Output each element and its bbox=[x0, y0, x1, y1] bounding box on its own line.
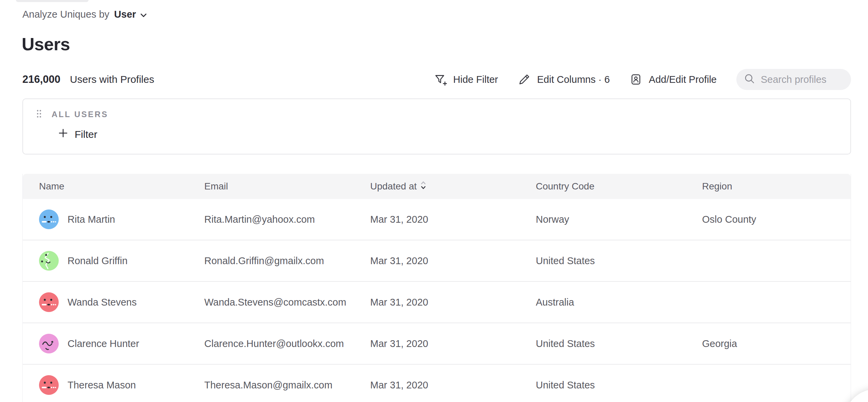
table-row[interactable]: Rita Martin Rita.Martin@yahoox.com Mar 3… bbox=[23, 199, 851, 240]
drag-handle-icon[interactable] bbox=[36, 109, 42, 120]
user-count-label: Users with Profiles bbox=[70, 74, 154, 85]
hide-filter-label: Hide Filter bbox=[453, 74, 498, 85]
add-edit-profile-button[interactable]: Add/Edit Profile bbox=[629, 73, 717, 86]
user-name: Theresa Mason bbox=[68, 380, 136, 391]
filter-group-header: ALL USERS bbox=[36, 109, 850, 120]
search-icon bbox=[744, 73, 755, 86]
user-avatar bbox=[39, 292, 59, 312]
user-updated-at: Mar 31, 2020 bbox=[370, 338, 536, 349]
user-email: Wanda.Stevens@comcastx.com bbox=[204, 297, 370, 308]
analyze-by-value: User bbox=[114, 9, 136, 20]
chevron-down-icon bbox=[140, 9, 147, 20]
column-header-updated-at[interactable]: Updated at bbox=[370, 180, 536, 193]
pencil-icon bbox=[518, 73, 531, 86]
user-avatar bbox=[39, 334, 59, 353]
funnel-plus-icon bbox=[434, 73, 447, 86]
user-country: United States bbox=[536, 255, 702, 267]
table-row[interactable]: Theresa Mason Theresa.Mason@gmailx.com M… bbox=[23, 365, 851, 402]
user-avatar bbox=[39, 209, 59, 229]
hide-filter-button[interactable]: Hide Filter bbox=[434, 73, 498, 86]
table-header-row: Name Email Updated at Country Code Regio… bbox=[23, 174, 851, 199]
name-cell: Ronald Griffin bbox=[39, 251, 204, 271]
users-table: Name Email Updated at Country Code Regio… bbox=[22, 174, 851, 402]
user-region: Oslo County bbox=[702, 214, 851, 225]
user-region: Georgia bbox=[702, 338, 851, 349]
user-avatar bbox=[39, 251, 59, 271]
add-edit-profile-label: Add/Edit Profile bbox=[649, 74, 717, 85]
user-country: United States bbox=[536, 380, 702, 391]
user-country: Australia bbox=[536, 297, 702, 308]
column-header-country-code[interactable]: Country Code bbox=[536, 181, 702, 192]
name-cell: Wanda Stevens bbox=[39, 292, 204, 312]
filter-card: ALL USERS Filter bbox=[22, 98, 851, 154]
name-cell: Theresa Mason bbox=[39, 375, 204, 395]
name-cell: Rita Martin bbox=[39, 209, 204, 229]
user-email: Rita.Martin@yahoox.com bbox=[204, 214, 370, 225]
edit-columns-button[interactable]: Edit Columns · 6 bbox=[518, 73, 610, 86]
plus-icon bbox=[58, 128, 68, 140]
add-filter-button[interactable]: Filter bbox=[58, 128, 850, 140]
user-updated-at: Mar 31, 2020 bbox=[370, 297, 536, 308]
column-header-name[interactable]: Name bbox=[39, 181, 204, 192]
analyze-by-dropdown[interactable]: User bbox=[114, 9, 147, 20]
user-count: 216,000 bbox=[22, 73, 60, 86]
stats-toolbar-row: 216,000 Users with Profiles Hide Filter … bbox=[22, 69, 851, 90]
user-name: Clarence Hunter bbox=[68, 338, 139, 349]
user-email: Theresa.Mason@gmailx.com bbox=[204, 380, 370, 391]
add-filter-label: Filter bbox=[75, 129, 97, 140]
table-row[interactable]: Clarence Hunter Clarence.Hunter@outlookx… bbox=[23, 323, 851, 365]
user-updated-at: Mar 31, 2020 bbox=[370, 380, 536, 391]
user-email: Ronald.Griffin@gmailx.com bbox=[204, 255, 370, 267]
table-row[interactable]: Wanda Stevens Wanda.Stevens@comcastx.com… bbox=[23, 282, 851, 323]
user-updated-at: Mar 31, 2020 bbox=[370, 255, 536, 267]
search-profiles-input[interactable] bbox=[761, 74, 839, 85]
analyze-uniques-label: Analyze Uniques by bbox=[22, 9, 109, 20]
analyze-uniques-row: Analyze Uniques by User bbox=[22, 9, 147, 20]
user-email: Clarence.Hunter@outlookx.com bbox=[204, 338, 370, 349]
user-avatar bbox=[39, 375, 59, 395]
edit-columns-label: Edit Columns · 6 bbox=[537, 74, 610, 85]
user-name: Wanda Stevens bbox=[68, 297, 137, 308]
page-title: Users bbox=[22, 34, 70, 54]
user-updated-at: Mar 31, 2020 bbox=[370, 214, 536, 225]
scrolled-element-sliver bbox=[16, 0, 89, 2]
table-row[interactable]: Ronald Griffin Ronald.Griffin@gmailx.com… bbox=[23, 240, 851, 282]
user-name: Ronald Griffin bbox=[68, 255, 128, 267]
toolbar: Hide Filter Edit Columns · 6 Add/Edit Pr… bbox=[434, 69, 851, 90]
filter-group-label: ALL USERS bbox=[52, 110, 108, 119]
sort-icon bbox=[420, 180, 427, 193]
user-country: United States bbox=[536, 338, 702, 349]
profile-card-icon bbox=[629, 73, 642, 86]
user-country: Norway bbox=[536, 214, 702, 225]
users-page: Analyze Uniques by User Users 216,000 Us… bbox=[0, 0, 868, 402]
name-cell: Clarence Hunter bbox=[39, 334, 204, 353]
search-profiles-box[interactable] bbox=[736, 69, 851, 90]
user-name: Rita Martin bbox=[68, 214, 115, 225]
column-header-region[interactable]: Region bbox=[702, 181, 851, 192]
column-header-email[interactable]: Email bbox=[204, 181, 370, 192]
